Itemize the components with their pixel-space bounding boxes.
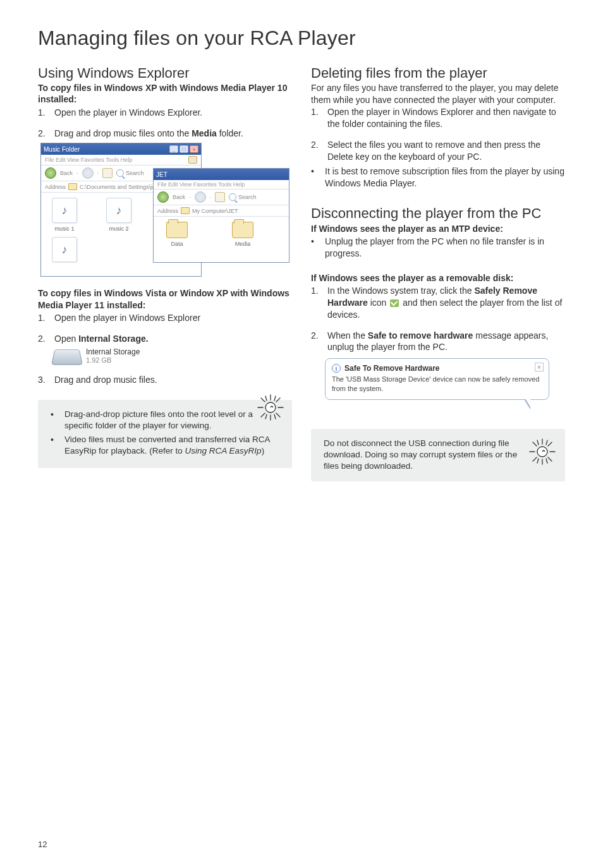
- text-fragment: folder.: [217, 128, 243, 138]
- bullet-text: It is best to remove subscription files …: [325, 166, 565, 190]
- subhead-removable: If Windows sees the player as a removabl…: [311, 272, 565, 284]
- italic-text: Using RCA EasyRIp: [185, 446, 262, 455]
- search-icon: [116, 169, 124, 177]
- list-item: 3. Drag and drop music files.: [38, 374, 292, 386]
- music-file-icon: ♪: [62, 243, 68, 256]
- bullet-text: Unplug the player from the PC when no fi…: [325, 236, 565, 260]
- music-file-icon: ♪: [116, 204, 122, 217]
- back-label: Back: [60, 170, 73, 176]
- address-path: My Computer\JET: [192, 208, 238, 214]
- list-item: It is best to remove subscription files …: [311, 166, 565, 190]
- forward-icon: [195, 191, 206, 203]
- file-label: music 2: [109, 226, 128, 232]
- folder-icon: [232, 222, 253, 238]
- back-icon: [157, 191, 169, 203]
- left-column: Using Windows Explorer To copy files in …: [38, 61, 292, 481]
- step-number: 3.: [38, 374, 48, 386]
- list-item: Unplug the player from the PC when no fi…: [311, 236, 565, 260]
- explorer-screenshot: Music Folder _□× File Edit View Favorite…: [40, 143, 290, 279]
- text-fragment: Drag and drop music files onto the: [54, 128, 192, 138]
- address-label: Address: [157, 208, 178, 214]
- svg-line-5: [261, 398, 265, 402]
- svg-line-25: [546, 459, 547, 463]
- step-number: 2.: [311, 330, 321, 354]
- svg-line-20: [533, 457, 537, 461]
- svg-line-19: [548, 457, 552, 461]
- tip-box: Drag-and-drop picture files onto the roo…: [38, 400, 292, 469]
- close-icon: ×: [535, 363, 544, 371]
- step-text: Drag and drop music files onto the Media…: [54, 128, 292, 140]
- step-number: 1.: [38, 312, 48, 324]
- text-fragment: In the Windows system tray, click the: [327, 286, 474, 296]
- svg-line-9: [265, 396, 267, 401]
- subhead-xp-wmp10: To copy files in Windows XP with Windows…: [38, 82, 292, 105]
- page-title: Managing files on your RCA Player: [38, 27, 565, 50]
- warning-text: Do not disconnect the USB connection dur…: [324, 438, 521, 473]
- bold-text: Media: [192, 128, 217, 138]
- step-number: 1.: [311, 106, 321, 130]
- tip-sun-icon: [255, 392, 286, 423]
- right-column: Deleting files from the player For any f…: [311, 61, 565, 481]
- svg-line-6: [276, 413, 280, 417]
- list-item: 1. Open the player in Windows Explorer a…: [311, 106, 565, 130]
- hard-drive-icon: [53, 347, 81, 365]
- tip-text: Drag-and-drop picture files onto the roo…: [64, 409, 282, 431]
- step-text: Select the files you want to remove and …: [327, 139, 565, 163]
- section-heading-using-explorer: Using Windows Explorer: [38, 65, 292, 81]
- tip-item: Drag-and-drop picture files onto the roo…: [51, 409, 282, 431]
- drive-size: 1.92 GB: [86, 356, 140, 364]
- svg-line-12: [274, 414, 276, 419]
- text-fragment: ): [262, 446, 265, 455]
- svg-line-8: [276, 398, 280, 402]
- text-fragment: Open: [54, 334, 78, 344]
- windows-flag-icon: [188, 156, 197, 164]
- step-text: Open the player in Windows Explorer and …: [327, 106, 565, 130]
- balloon-tail-icon: [524, 399, 530, 409]
- folder-icon: [166, 222, 188, 238]
- window-title: JET: [156, 171, 168, 178]
- section-heading-deleting: Deleting files from the player: [311, 65, 565, 81]
- step-number: 1.: [311, 285, 321, 321]
- maximize-icon: □: [180, 145, 188, 153]
- close-icon: ×: [190, 145, 198, 153]
- up-folder-icon: [215, 192, 225, 202]
- file-label: music 1: [54, 226, 74, 232]
- bold-text: Internal Storage.: [78, 334, 148, 344]
- svg-line-24: [537, 459, 539, 463]
- svg-line-23: [546, 440, 547, 445]
- text-fragment: icon: [368, 298, 389, 308]
- step-text: Open the player in Windows Explorer: [54, 312, 292, 324]
- list-item: 1. Open the player in Windows Explorer.: [38, 107, 292, 119]
- list-item: 1. Open the player in Windows Explorer: [38, 312, 292, 324]
- file-label: Data: [171, 241, 183, 247]
- svg-line-22: [537, 440, 539, 445]
- svg-line-21: [548, 442, 552, 446]
- body-text: For any files you have transferred to th…: [311, 82, 565, 106]
- step-number: 1.: [38, 107, 48, 119]
- subhead-mtp: If Windows sees the player as an MTP dev…: [311, 223, 565, 234]
- back-label: Back: [173, 194, 185, 200]
- balloon-body: The 'USB Mass Storage Device' device can…: [332, 375, 542, 393]
- page-number: 12: [38, 840, 47, 849]
- list-item: 2. Drag and drop music files onto the Me…: [38, 128, 292, 140]
- internal-storage-drive: Internal Storage 1.92 GB: [53, 347, 292, 365]
- svg-line-18: [533, 442, 537, 446]
- file-label: Media: [235, 241, 251, 247]
- step-text: When the Safe to remove hardware message…: [327, 330, 565, 354]
- info-icon: i: [332, 364, 341, 373]
- section-heading-disconnecting: Disconnecting the player from the PC: [311, 205, 565, 221]
- balloon-title: Safe To Remove Hardware: [344, 364, 440, 373]
- tip-item: Video files must be converted and transf…: [51, 434, 282, 457]
- search-label: Search: [126, 170, 144, 176]
- folder-icon: [68, 183, 77, 190]
- tip-sun-icon: [527, 437, 557, 467]
- bold-text: Safe to remove hardware: [368, 330, 473, 341]
- safely-remove-hardware-icon: [390, 299, 399, 307]
- step-number: 2.: [38, 333, 48, 345]
- search-icon: [229, 193, 236, 201]
- list-item: 2. Open Internal Storage.: [38, 333, 292, 345]
- step-text: In the Windows system tray, click the Sa…: [327, 285, 565, 321]
- list-item: 2. When the Safe to remove hardware mess…: [311, 330, 565, 354]
- step-text: Open Internal Storage.: [54, 333, 292, 345]
- minimize-icon: _: [169, 145, 178, 153]
